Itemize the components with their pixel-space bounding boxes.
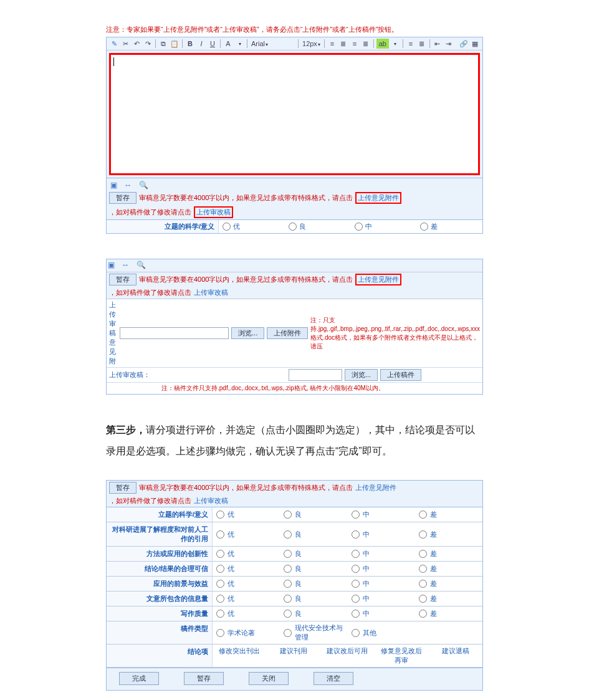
eval-radio[interactable]: [352, 550, 360, 558]
eval-radio[interactable]: [419, 511, 427, 519]
concl-opt-5[interactable]: 建议退稿: [428, 645, 482, 667]
paste-icon[interactable]: 📋: [170, 39, 180, 49]
italic-icon[interactable]: I: [196, 39, 206, 49]
cut-icon[interactable]: ✂: [120, 39, 130, 49]
list-ol-icon[interactable]: ≡: [406, 39, 416, 49]
hint2-b: ，如对稿件做了修改请点击: [109, 288, 191, 297]
rating-opt-3[interactable]: [355, 223, 363, 231]
type-opt-2[interactable]: [284, 629, 292, 637]
eval-opt-label: 优: [227, 530, 234, 539]
save-button-2[interactable]: 暂存: [109, 274, 136, 285]
highlight-drop-icon[interactable]: [390, 39, 400, 49]
hint3-a: 审稿意见字数要在4000字以内，如果意见过多或带有特殊格式，请点击: [139, 483, 353, 492]
save-button-4[interactable]: 暂存: [184, 672, 224, 685]
highlight-icon[interactable]: ab: [376, 39, 389, 49]
eval-radio[interactable]: [352, 580, 360, 588]
indent-icon[interactable]: ⇥: [444, 39, 454, 49]
eval-radio[interactable]: [216, 595, 224, 603]
underline-icon[interactable]: U: [208, 39, 218, 49]
editor-toolbar: ✎ ✂ ↶ ↷ ⧉ 📋 B I U A Arial 12px ≡ ≣ ≡ ≣ a: [107, 37, 482, 50]
eval-opt-label: 良: [295, 594, 302, 603]
rating-opt-2[interactable]: [289, 223, 297, 231]
eval-radio[interactable]: [216, 610, 224, 618]
eval-radio[interactable]: [419, 565, 427, 573]
undo-icon[interactable]: ↶: [132, 39, 141, 49]
eval-radio[interactable]: [284, 580, 292, 588]
eval-radio[interactable]: [419, 550, 427, 558]
font-color-icon[interactable]: A: [223, 39, 233, 49]
copy-icon[interactable]: ⧉: [158, 39, 168, 49]
concl-opt-1[interactable]: 修改突出刊出: [213, 645, 267, 667]
eval-radio[interactable]: [284, 565, 292, 573]
align-right-icon[interactable]: ≡: [350, 39, 360, 49]
table-icon[interactable]: ▦: [470, 39, 480, 49]
eval-radio[interactable]: [284, 530, 292, 539]
align-left-icon[interactable]: ≡: [327, 39, 337, 49]
bold-icon[interactable]: B: [185, 39, 195, 49]
eval-radio[interactable]: [284, 550, 292, 558]
close-button[interactable]: 关闭: [249, 672, 289, 685]
top-warning: 注意：专家如果要“上传意见附件”或者“上传审改稿”，请务必点击“上传附件”或者“…: [106, 25, 483, 34]
align-center-icon[interactable]: ≣: [338, 39, 348, 49]
upload-attach-label: 上传审稿意见附: [109, 300, 117, 366]
align-justify-icon[interactable]: ≣: [361, 39, 371, 49]
eval-opt-label: 中: [363, 594, 370, 603]
finish-button[interactable]: 完成: [119, 672, 159, 685]
upload-rev-button[interactable]: 上传稿件: [380, 369, 421, 381]
eval-row-label: 结论/结果的合理可信: [107, 562, 213, 576]
rating-opt-1[interactable]: [223, 223, 231, 231]
upload-revision-link-3[interactable]: 上传审改稿: [194, 496, 228, 506]
concl-opt-3[interactable]: 建议改后可用: [320, 645, 375, 667]
eval-radio[interactable]: [352, 511, 360, 519]
upload-revision-link[interactable]: 上传审改稿: [196, 208, 231, 216]
eval-radio[interactable]: [419, 580, 427, 588]
editor-textarea[interactable]: [110, 54, 479, 175]
concl-opt-2[interactable]: 建议刊用: [267, 645, 321, 667]
upload-opinion-link-2[interactable]: 上传意见附件: [358, 276, 399, 283]
upload-rev-note: 注：稿件文件只支持.pdf,.doc,.docx,.txt,.wps,.zip格…: [161, 384, 385, 393]
eval-type-label: 稿件类型: [107, 621, 213, 644]
browse-button-2[interactable]: 浏览...: [345, 369, 378, 381]
eval-radio[interactable]: [216, 580, 224, 588]
step3-paragraph: 第三步，请分项进行评价，并选定（点击小圆圈即为选定），其中，结论项是否可以录用是…: [106, 420, 483, 461]
eval-opt-label: 差: [430, 564, 437, 573]
type-opt-3[interactable]: [352, 629, 360, 637]
font-size-select[interactable]: 12px: [301, 40, 322, 47]
browse-button-1[interactable]: 浏览...: [231, 327, 264, 339]
eval-radio[interactable]: [216, 565, 224, 573]
upload-attach-button[interactable]: 上传附件: [267, 327, 308, 339]
eval-radio[interactable]: [352, 530, 360, 539]
eval-radio[interactable]: [352, 610, 360, 618]
concl-opt-4[interactable]: 修复意见改后再审: [375, 645, 429, 667]
link-icon[interactable]: 🔗: [459, 39, 469, 49]
upload-attach-path[interactable]: [120, 327, 229, 339]
rich-text-editor: ✎ ✂ ↶ ↷ ⧉ 📋 B I U A Arial 12px ≡ ≣ ≡ ≣ a: [106, 37, 483, 178]
eval-radio[interactable]: [216, 530, 224, 539]
upload-opinion-link[interactable]: 上传意见附件: [358, 194, 399, 201]
save-button-3[interactable]: 暂存: [109, 482, 136, 494]
eval-radio[interactable]: [284, 595, 292, 603]
eval-radio[interactable]: [216, 550, 224, 558]
list-ul-icon[interactable]: ≣: [417, 39, 427, 49]
upload-revision-link-2[interactable]: 上传审改稿: [194, 288, 228, 297]
redo-icon[interactable]: ↷: [143, 39, 153, 49]
source-icon[interactable]: ✎: [109, 39, 119, 49]
eval-radio[interactable]: [352, 565, 360, 573]
clear-button[interactable]: 清空: [314, 672, 353, 685]
eval-radio[interactable]: [419, 610, 427, 618]
font-color-drop-icon[interactable]: [234, 39, 244, 49]
font-family-select[interactable]: Arial: [250, 40, 269, 47]
upload-opinion-link-3[interactable]: 上传意见附件: [355, 483, 396, 492]
eval-radio[interactable]: [419, 530, 427, 539]
upload-rev-label: 上传审改稿：: [109, 370, 159, 380]
eval-radio[interactable]: [284, 610, 292, 618]
eval-radio[interactable]: [419, 595, 427, 603]
eval-radio[interactable]: [284, 511, 292, 519]
eval-radio[interactable]: [216, 511, 224, 519]
outdent-icon[interactable]: ⇤: [433, 39, 443, 49]
eval-radio[interactable]: [352, 595, 360, 603]
upload-rev-path[interactable]: [289, 369, 342, 381]
type-opt-1[interactable]: [216, 629, 224, 637]
rating-opt-4[interactable]: [420, 223, 428, 231]
save-button[interactable]: 暂存: [109, 192, 136, 204]
